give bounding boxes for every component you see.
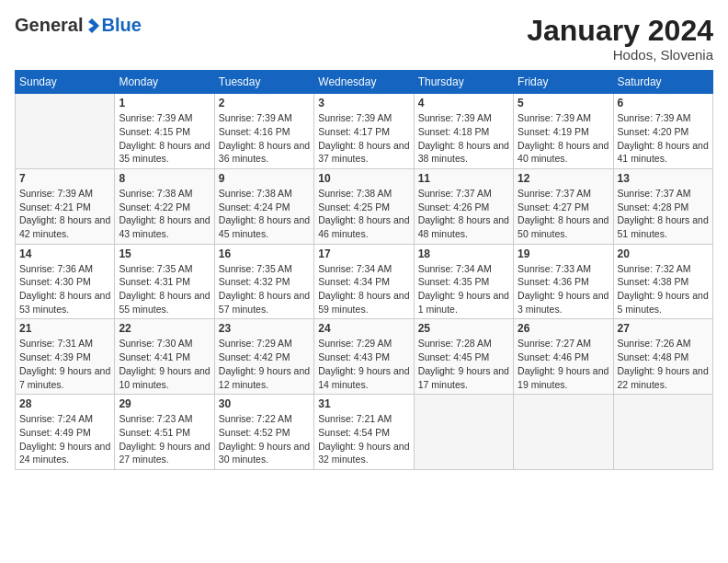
day-number: 29 bbox=[119, 397, 210, 410]
page: General Blue January 2024 Hodos, Sloveni… bbox=[0, 0, 728, 563]
col-monday: Monday bbox=[115, 71, 214, 94]
table-row bbox=[414, 395, 513, 470]
day-number: 3 bbox=[318, 97, 409, 109]
day-number: 27 bbox=[618, 322, 709, 335]
month-title: January 2024 bbox=[527, 15, 713, 47]
table-row: 22Sunrise: 7:30 AMSunset: 4:41 PMDayligh… bbox=[115, 319, 214, 395]
location: Hodos, Slovenia bbox=[527, 47, 713, 63]
day-number: 1 bbox=[119, 97, 210, 109]
day-info: Sunrise: 7:39 AMSunset: 4:20 PMDaylight:… bbox=[618, 111, 709, 166]
table-row: 17Sunrise: 7:34 AMSunset: 4:34 PMDayligh… bbox=[314, 244, 414, 319]
table-row: 21Sunrise: 7:31 AMSunset: 4:39 PMDayligh… bbox=[16, 319, 115, 395]
day-number: 6 bbox=[618, 97, 709, 109]
table-row: 10Sunrise: 7:38 AMSunset: 4:25 PMDayligh… bbox=[314, 168, 414, 244]
day-number: 22 bbox=[119, 322, 210, 335]
day-info: Sunrise: 7:37 AMSunset: 4:27 PMDaylight:… bbox=[518, 187, 609, 241]
day-number: 20 bbox=[618, 247, 709, 260]
day-number: 31 bbox=[318, 397, 409, 410]
table-row: 18Sunrise: 7:34 AMSunset: 4:35 PMDayligh… bbox=[414, 244, 513, 319]
col-saturday: Saturday bbox=[613, 71, 712, 94]
svg-marker-0 bbox=[88, 18, 99, 33]
day-number: 2 bbox=[219, 97, 310, 109]
day-info: Sunrise: 7:38 AMSunset: 4:24 PMDaylight:… bbox=[219, 187, 310, 241]
day-info: Sunrise: 7:39 AMSunset: 4:19 PMDaylight:… bbox=[518, 111, 609, 166]
day-info: Sunrise: 7:39 AMSunset: 4:16 PMDaylight:… bbox=[219, 111, 310, 166]
day-number: 7 bbox=[19, 172, 110, 185]
logo-general: General bbox=[15, 15, 83, 36]
table-row: 20Sunrise: 7:32 AMSunset: 4:38 PMDayligh… bbox=[613, 244, 712, 319]
day-info: Sunrise: 7:29 AMSunset: 4:42 PMDaylight:… bbox=[219, 337, 310, 391]
day-number: 25 bbox=[418, 322, 509, 335]
col-sunday: Sunday bbox=[16, 71, 115, 94]
table-row: 28Sunrise: 7:24 AMSunset: 4:49 PMDayligh… bbox=[16, 395, 115, 470]
day-number: 13 bbox=[618, 172, 709, 185]
table-row: 9Sunrise: 7:38 AMSunset: 4:24 PMDaylight… bbox=[214, 168, 313, 244]
day-info: Sunrise: 7:22 AMSunset: 4:52 PMDaylight:… bbox=[219, 412, 310, 466]
day-info: Sunrise: 7:37 AMSunset: 4:28 PMDaylight:… bbox=[618, 187, 709, 241]
day-info: Sunrise: 7:39 AMSunset: 4:21 PMDaylight:… bbox=[19, 187, 110, 241]
col-tuesday: Tuesday bbox=[214, 71, 313, 94]
table-row: 12Sunrise: 7:37 AMSunset: 4:27 PMDayligh… bbox=[514, 168, 613, 244]
day-info: Sunrise: 7:32 AMSunset: 4:38 PMDaylight:… bbox=[618, 262, 709, 316]
day-number: 14 bbox=[19, 247, 110, 260]
header: General Blue January 2024 Hodos, Sloveni… bbox=[15, 15, 713, 63]
table-row: 11Sunrise: 7:37 AMSunset: 4:26 PMDayligh… bbox=[414, 168, 513, 244]
logo-blue: Blue bbox=[101, 15, 141, 36]
logo-text: General Blue bbox=[15, 15, 142, 36]
calendar-week-row: 1Sunrise: 7:39 AMSunset: 4:15 PMDaylight… bbox=[16, 94, 713, 169]
table-row: 31Sunrise: 7:21 AMSunset: 4:54 PMDayligh… bbox=[314, 395, 414, 470]
table-row: 4Sunrise: 7:39 AMSunset: 4:18 PMDaylight… bbox=[414, 94, 513, 169]
day-number: 16 bbox=[219, 247, 310, 260]
day-number: 18 bbox=[418, 247, 509, 260]
day-number: 8 bbox=[119, 172, 210, 185]
calendar-header-row: Sunday Monday Tuesday Wednesday Thursday… bbox=[16, 71, 713, 94]
day-info: Sunrise: 7:35 AMSunset: 4:31 PMDaylight:… bbox=[119, 262, 210, 316]
table-row: 15Sunrise: 7:35 AMSunset: 4:31 PMDayligh… bbox=[115, 244, 214, 319]
table-row: 8Sunrise: 7:38 AMSunset: 4:22 PMDaylight… bbox=[115, 168, 214, 244]
day-number: 9 bbox=[219, 172, 310, 185]
table-row: 7Sunrise: 7:39 AMSunset: 4:21 PMDaylight… bbox=[16, 168, 115, 244]
day-info: Sunrise: 7:39 AMSunset: 4:17 PMDaylight:… bbox=[318, 111, 409, 166]
table-row: 26Sunrise: 7:27 AMSunset: 4:46 PMDayligh… bbox=[514, 319, 613, 395]
day-info: Sunrise: 7:34 AMSunset: 4:35 PMDaylight:… bbox=[418, 262, 509, 316]
table-row: 2Sunrise: 7:39 AMSunset: 4:16 PMDaylight… bbox=[214, 94, 313, 169]
day-info: Sunrise: 7:23 AMSunset: 4:51 PMDaylight:… bbox=[119, 412, 210, 466]
table-row: 14Sunrise: 7:36 AMSunset: 4:30 PMDayligh… bbox=[16, 244, 115, 319]
table-row bbox=[514, 395, 613, 470]
table-row: 19Sunrise: 7:33 AMSunset: 4:36 PMDayligh… bbox=[514, 244, 613, 319]
day-number: 15 bbox=[119, 247, 210, 260]
day-info: Sunrise: 7:39 AMSunset: 4:15 PMDaylight:… bbox=[119, 111, 210, 166]
day-number: 24 bbox=[318, 322, 409, 335]
table-row: 6Sunrise: 7:39 AMSunset: 4:20 PMDaylight… bbox=[613, 94, 712, 169]
table-row: 16Sunrise: 7:35 AMSunset: 4:32 PMDayligh… bbox=[214, 244, 313, 319]
calendar-table: Sunday Monday Tuesday Wednesday Thursday… bbox=[15, 70, 713, 470]
calendar-week-row: 14Sunrise: 7:36 AMSunset: 4:30 PMDayligh… bbox=[16, 244, 713, 319]
table-row: 3Sunrise: 7:39 AMSunset: 4:17 PMDaylight… bbox=[314, 94, 414, 169]
day-info: Sunrise: 7:35 AMSunset: 4:32 PMDaylight:… bbox=[219, 262, 310, 316]
day-number: 5 bbox=[518, 97, 609, 109]
day-number: 28 bbox=[19, 397, 110, 410]
table-row: 5Sunrise: 7:39 AMSunset: 4:19 PMDaylight… bbox=[514, 94, 613, 169]
day-number: 17 bbox=[318, 247, 409, 260]
table-row bbox=[16, 94, 115, 169]
col-wednesday: Wednesday bbox=[314, 71, 414, 94]
day-number: 4 bbox=[418, 97, 509, 109]
day-info: Sunrise: 7:26 AMSunset: 4:48 PMDaylight:… bbox=[618, 337, 709, 391]
table-row: 13Sunrise: 7:37 AMSunset: 4:28 PMDayligh… bbox=[613, 168, 712, 244]
day-info: Sunrise: 7:33 AMSunset: 4:36 PMDaylight:… bbox=[518, 262, 609, 316]
col-thursday: Thursday bbox=[414, 71, 513, 94]
day-info: Sunrise: 7:24 AMSunset: 4:49 PMDaylight:… bbox=[19, 412, 110, 466]
logo: General Blue bbox=[15, 15, 142, 36]
calendar-week-row: 28Sunrise: 7:24 AMSunset: 4:49 PMDayligh… bbox=[16, 395, 713, 470]
day-info: Sunrise: 7:31 AMSunset: 4:39 PMDaylight:… bbox=[19, 337, 110, 391]
table-row: 24Sunrise: 7:29 AMSunset: 4:43 PMDayligh… bbox=[314, 319, 414, 395]
day-info: Sunrise: 7:34 AMSunset: 4:34 PMDaylight:… bbox=[318, 262, 409, 316]
table-row: 25Sunrise: 7:28 AMSunset: 4:45 PMDayligh… bbox=[414, 319, 513, 395]
day-number: 30 bbox=[219, 397, 310, 410]
calendar-week-row: 7Sunrise: 7:39 AMSunset: 4:21 PMDaylight… bbox=[16, 168, 713, 244]
day-info: Sunrise: 7:37 AMSunset: 4:26 PMDaylight:… bbox=[418, 187, 509, 241]
day-info: Sunrise: 7:27 AMSunset: 4:46 PMDaylight:… bbox=[518, 337, 609, 391]
table-row: 29Sunrise: 7:23 AMSunset: 4:51 PMDayligh… bbox=[115, 395, 214, 470]
day-number: 21 bbox=[19, 322, 110, 335]
day-number: 12 bbox=[518, 172, 609, 185]
